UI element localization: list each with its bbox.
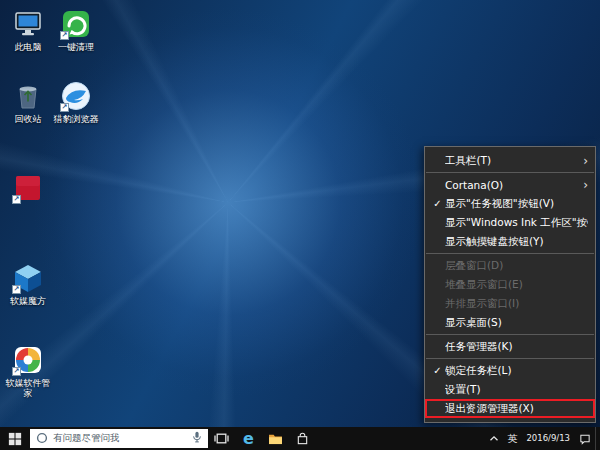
search-input[interactable]: 有问题尽管问我 xyxy=(30,429,208,448)
desktop-icon-one-click-clean[interactable]: ↗ 一键清理 xyxy=(52,8,100,52)
desktop-icon-recycle-bin[interactable]: 回收站 xyxy=(4,80,52,124)
start-button[interactable] xyxy=(0,427,30,450)
submenu-arrow-icon: › xyxy=(578,179,588,191)
desktop-icon-ruanmei-mofang[interactable]: ↗ 软媒魔方 xyxy=(4,262,52,306)
edge-taskbar-button[interactable]: e xyxy=(235,427,262,450)
icon-label: 回收站 xyxy=(4,114,52,124)
tray-overflow-button[interactable] xyxy=(485,427,503,450)
cheetah-browser-icon: ↗ xyxy=(60,80,92,112)
ime-indicator[interactable]: 英 xyxy=(503,427,521,450)
menu-item-cascade-windows: 层叠窗口(D) xyxy=(425,256,595,275)
store-taskbar-button[interactable] xyxy=(289,427,316,450)
this-pc-icon xyxy=(12,8,44,40)
chevron-up-icon xyxy=(489,435,499,442)
menu-item-label: 堆叠显示窗口(E) xyxy=(445,278,588,292)
menu-item-toolbars[interactable]: 工具栏(T) › xyxy=(425,151,595,170)
checkmark-icon: ✓ xyxy=(430,198,445,209)
checkmark-icon: ✓ xyxy=(430,365,445,376)
menu-item-task-manager[interactable]: 任务管理器(K) xyxy=(425,337,595,356)
shortcut-arrow-icon: ↗ xyxy=(12,367,21,376)
menu-item-settings[interactable]: 设置(T) xyxy=(425,380,595,399)
shortcut-arrow-icon: ↗ xyxy=(60,31,69,40)
file-explorer-icon xyxy=(268,433,283,445)
desktop-icon-this-pc[interactable]: 此电脑 xyxy=(4,8,52,52)
menu-item-show-touch-keyboard-button[interactable]: 显示触摸键盘按钮(Y) xyxy=(425,232,595,251)
menu-item-label: 退出资源管理器(X) xyxy=(445,402,588,416)
menu-separator xyxy=(426,334,594,335)
windows-desktop: 此电脑 ↗ 一键清理 回收站 ↗ xyxy=(0,0,600,450)
windows-logo-icon xyxy=(8,432,22,446)
menu-separator xyxy=(426,172,594,173)
shortcut-arrow-icon: ↗ xyxy=(60,103,69,112)
menu-separator xyxy=(426,358,594,359)
menu-item-lock-taskbar[interactable]: ✓ 锁定任务栏(L) xyxy=(425,361,595,380)
menu-item-show-task-view-button[interactable]: ✓ 显示"任务视图"按钮(V) xyxy=(425,194,595,213)
desktop-icon-cheetah-browser[interactable]: ↗ 猎豹浏览器 xyxy=(52,80,100,124)
task-view-icon xyxy=(214,432,229,445)
shortcut-arrow-icon: ↗ xyxy=(12,285,21,294)
desktop-icon-red-app[interactable]: ↗ xyxy=(4,172,52,206)
icon-label: 此电脑 xyxy=(4,42,52,52)
menu-item-label: 显示桌面(S) xyxy=(445,316,588,330)
desktop-icon-ruanmei-manager[interactable]: ↗ 软媒软件管家 xyxy=(4,344,52,399)
action-center-button[interactable] xyxy=(575,427,595,450)
menu-item-cortana[interactable]: Cortana(O) › xyxy=(425,175,595,194)
red-app-icon: ↗ xyxy=(12,172,44,204)
menu-item-label: 设置(T) xyxy=(445,383,588,397)
menu-item-label: 显示触摸键盘按钮(Y) xyxy=(445,235,588,249)
menu-item-label: 锁定任务栏(L) xyxy=(445,364,588,378)
task-view-button[interactable] xyxy=(208,427,235,450)
ruanmei-mofang-icon: ↗ xyxy=(12,262,44,294)
menu-separator xyxy=(426,253,594,254)
clock-date[interactable]: 2016/9/13 xyxy=(521,427,575,450)
menu-item-label: 并排显示窗口(I) xyxy=(445,297,588,311)
edge-icon: e xyxy=(243,431,254,447)
taskbar-context-menu: 工具栏(T) › Cortana(O) › ✓ 显示"任务视图"按钮(V) 显示… xyxy=(424,146,596,423)
action-center-icon xyxy=(579,433,591,445)
menu-item-exit-explorer[interactable]: 退出资源管理器(X) xyxy=(425,399,595,418)
recycle-bin-icon xyxy=(12,80,44,112)
menu-item-label: 层叠窗口(D) xyxy=(445,259,588,273)
store-icon xyxy=(296,432,309,446)
one-click-clean-icon: ↗ xyxy=(60,8,92,40)
search-placeholder: 有问题尽管问我 xyxy=(53,432,187,445)
cortana-ring-icon xyxy=(36,429,48,448)
show-desktop-button[interactable] xyxy=(595,427,600,450)
system-tray: 英 2016/9/13 xyxy=(485,427,600,450)
ruanmei-manager-icon: ↗ xyxy=(12,344,44,376)
menu-item-label: 工具栏(T) xyxy=(445,154,578,168)
menu-item-show-windows-stacked: 堆叠显示窗口(E) xyxy=(425,275,595,294)
shortcut-arrow-icon: ↗ xyxy=(12,195,21,204)
taskbar: 有问题尽管问我 e xyxy=(0,427,600,450)
icon-label: 一键清理 xyxy=(52,42,100,52)
menu-item-label: Cortana(O) xyxy=(445,179,578,191)
menu-item-label: 任务管理器(K) xyxy=(445,340,588,354)
menu-item-show-windows-ink-button[interactable]: 显示"Windows Ink 工作区"按钮(W) xyxy=(425,213,595,232)
icon-label: 软媒软件管家 xyxy=(4,378,52,399)
microphone-icon[interactable] xyxy=(192,429,202,448)
icon-label: 软媒魔方 xyxy=(4,296,52,306)
menu-item-label: 显示"任务视图"按钮(V) xyxy=(445,197,588,211)
menu-item-label: 显示"Windows Ink 工作区"按钮(W) xyxy=(445,216,588,230)
menu-item-show-windows-side-by-side: 并排显示窗口(I) xyxy=(425,294,595,313)
file-explorer-taskbar-button[interactable] xyxy=(262,427,289,450)
icon-label: 猎豹浏览器 xyxy=(52,114,100,124)
submenu-arrow-icon: › xyxy=(578,155,588,167)
menu-item-show-desktop[interactable]: 显示桌面(S) xyxy=(425,313,595,332)
